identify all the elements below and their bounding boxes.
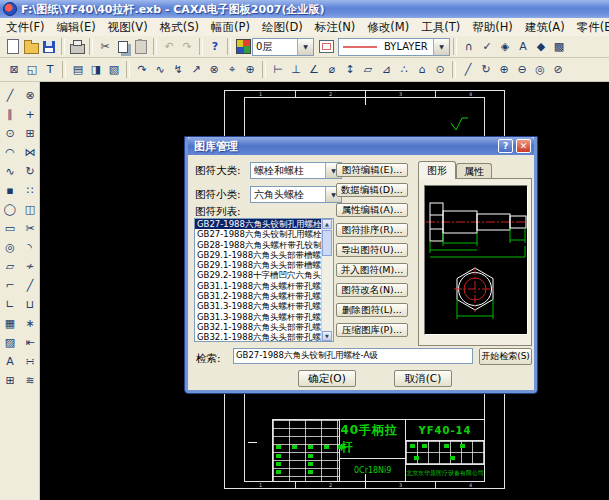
contour-icon[interactable]: ▱ bbox=[1, 257, 19, 275]
parallel-line-icon[interactable]: ∥ bbox=[1, 105, 19, 123]
redo-icon[interactable]: ↷ bbox=[178, 38, 196, 56]
dim-vertical-icon[interactable]: ⊥ bbox=[287, 61, 305, 79]
image-display-icon[interactable]: ▧ bbox=[105, 61, 123, 79]
scissors-icon[interactable]: ✂ bbox=[21, 219, 39, 237]
zoom-window-icon[interactable]: ◱ bbox=[23, 61, 41, 79]
sweep-icon[interactable]: ≋ bbox=[21, 371, 39, 389]
menu-item[interactable]: 绘图(D) bbox=[256, 20, 309, 35]
dim-diameter-icon[interactable]: ⌀ bbox=[323, 61, 341, 79]
block-icon[interactable]: ◫ bbox=[21, 200, 39, 218]
perpendicular-icon[interactable]: ∟ bbox=[1, 295, 19, 313]
print-icon[interactable] bbox=[68, 38, 86, 56]
roughness-symbol-icon[interactable]: ⌂ bbox=[413, 61, 431, 79]
ellipse-icon[interactable]: ◯ bbox=[1, 200, 19, 218]
point-icon[interactable]: ▪ bbox=[1, 181, 19, 199]
edit-line-icon[interactable]: ╱ bbox=[21, 276, 39, 294]
text-style-icon[interactable]: A bbox=[514, 38, 532, 56]
fillet-icon[interactable]: ◝ bbox=[21, 238, 39, 256]
circle-icon[interactable]: ⊙ bbox=[1, 124, 19, 142]
pattern-icon[interactable]: ▨ bbox=[1, 333, 19, 351]
paste-icon[interactable] bbox=[132, 38, 150, 56]
dim-angle-icon[interactable]: ∠ bbox=[305, 61, 323, 79]
corner-icon[interactable]: ⌐ bbox=[1, 276, 19, 294]
linestyle-combobox[interactable]: BYLAYER ▼ bbox=[338, 38, 450, 56]
symbol-list-item[interactable]: GB29.1-1988六角头头部带槽螺 bbox=[195, 260, 322, 270]
undo-icon[interactable]: ↶ bbox=[160, 38, 178, 56]
trim-icon[interactable]: ≁ bbox=[21, 257, 39, 275]
rotate-icon[interactable]: ↻ bbox=[21, 162, 39, 180]
copy-object-icon[interactable]: ⊞ bbox=[21, 124, 39, 142]
cancel-button[interactable]: 取消(C) bbox=[394, 370, 452, 387]
rectangle-icon[interactable]: ▭ bbox=[1, 219, 19, 237]
menu-item[interactable]: 帮助(H) bbox=[466, 20, 519, 35]
tolerance-icon[interactable]: ⊙ bbox=[431, 61, 449, 79]
symbol-list-item[interactable]: GB27-1988六角头铰制孔用螺栓 bbox=[195, 219, 322, 229]
window-titlebar[interactable]: F:\图纸\YF40\40拉杆.exb - CAXA电子图板2007(企业版) bbox=[0, 0, 609, 18]
symbol-list-item[interactable]: GB31.3-1988六角头螺杆带孔螺 bbox=[195, 301, 322, 311]
chevron-down-icon[interactable]: ▼ bbox=[433, 39, 449, 55]
menu-item[interactable]: 工具(T) bbox=[415, 20, 466, 35]
erase-icon[interactable]: ⊗ bbox=[21, 86, 39, 104]
zoom-refit-icon[interactable]: ⊠ bbox=[5, 61, 23, 79]
dim-parallel-icon[interactable]: ▱ bbox=[359, 61, 377, 79]
help-icon[interactable]: ? bbox=[206, 38, 224, 56]
dialog-help-icon[interactable]: ? bbox=[498, 139, 513, 153]
ole-insert-icon[interactable]: ▩ bbox=[550, 38, 568, 56]
menu-item[interactable]: 视图(V) bbox=[102, 20, 154, 35]
symbol-list-item[interactable]: GB32.1-1988六角头头部带孔螺 bbox=[195, 322, 322, 332]
tab-graphics[interactable]: 图形 bbox=[418, 161, 456, 179]
zoom-in-icon[interactable]: ⊕ bbox=[495, 61, 513, 79]
minor-category-combobox[interactable]: 六角头螺栓 ▼ bbox=[250, 186, 342, 203]
mirror-icon[interactable]: ⋈ bbox=[21, 143, 39, 161]
search-input[interactable] bbox=[233, 348, 473, 364]
chevron-down-icon[interactable]: ▼ bbox=[297, 39, 313, 55]
circle-cross-icon[interactable]: ⊗ bbox=[205, 61, 223, 79]
zoom-out-icon[interactable]: ⊖ bbox=[513, 61, 531, 79]
arrow-line-icon[interactable]: ↗ bbox=[187, 61, 205, 79]
view-rotate-icon[interactable]: ↷ bbox=[133, 61, 151, 79]
copy-icon[interactable] bbox=[114, 38, 132, 56]
dialog-action-button[interactable]: 并入图符(M)... bbox=[336, 263, 408, 277]
menu-item[interactable]: 编辑(E) bbox=[51, 20, 102, 35]
dim-span-icon[interactable]: ↕ bbox=[341, 61, 359, 79]
point-pick-icon[interactable]: ✓ bbox=[478, 38, 496, 56]
layer-display-icon[interactable]: ▤ bbox=[69, 61, 87, 79]
block-tool-icon[interactable]: ◆ bbox=[532, 38, 550, 56]
scatter-icon[interactable]: ∺ bbox=[21, 352, 39, 370]
dim-taper-icon[interactable]: ⊿ bbox=[377, 61, 395, 79]
line-icon[interactable]: ╱ bbox=[1, 86, 19, 104]
pen-edit-icon[interactable]: ╱ bbox=[459, 61, 477, 79]
center-mark-icon[interactable]: ⊕ bbox=[241, 61, 259, 79]
layer-palette-icon[interactable] bbox=[234, 38, 252, 56]
new-file-icon[interactable] bbox=[4, 38, 22, 56]
zoom-prev-icon[interactable]: ⊘ bbox=[549, 61, 567, 79]
target-icon[interactable]: ⌖ bbox=[223, 61, 241, 79]
dialog-action-button[interactable]: 图符改名(N)... bbox=[336, 283, 408, 297]
node-pick-icon[interactable]: ∩ bbox=[460, 38, 478, 56]
cut-icon[interactable]: ✂ bbox=[96, 38, 114, 56]
dialog-action-button[interactable]: 删除图符(L)... bbox=[336, 303, 408, 317]
symbol-list-item[interactable]: GB31.3-1988六角头螺杆带孔螺 bbox=[195, 312, 322, 322]
start-search-button[interactable]: 开始检索(S) bbox=[479, 348, 532, 365]
move-icon[interactable]: + bbox=[21, 105, 39, 123]
symbol-list-item[interactable]: GB31.2-1988六角头螺杆带孔螺 bbox=[195, 291, 322, 301]
center-circle-icon[interactable]: ◎ bbox=[1, 238, 19, 256]
text-icon[interactable]: A bbox=[1, 352, 19, 370]
symbol-list-item[interactable]: GB31.1-1988六角头螺杆带孔螺 bbox=[195, 281, 322, 291]
major-category-combobox[interactable]: 螺栓和螺柱 ▼ bbox=[250, 162, 342, 179]
layer-combobox[interactable]: 0层 ▼ bbox=[252, 38, 314, 56]
text-display-icon[interactable]: T bbox=[41, 61, 59, 79]
dialog-action-button[interactable]: 导出图符(U)... bbox=[336, 243, 408, 257]
table-display-icon[interactable]: ◨ bbox=[87, 61, 105, 79]
dialog-action-button[interactable]: 图符编辑(E)... bbox=[336, 163, 408, 177]
wave-line-icon[interactable]: ∿ bbox=[151, 61, 169, 79]
tab-attributes[interactable]: 属性 bbox=[456, 163, 492, 179]
dialog-titlebar[interactable]: 图库管理 ? ✕ bbox=[188, 137, 534, 155]
dialog-action-button[interactable]: 数据编辑(D)... bbox=[336, 183, 408, 197]
explode-icon[interactable]: ∗ bbox=[21, 314, 39, 332]
symbol-list-item[interactable]: GB32.1-1988六角头头部带孔螺 bbox=[195, 332, 322, 341]
menu-item[interactable]: 建筑(A) bbox=[519, 20, 571, 35]
dim-linear-icon[interactable]: ⊢ bbox=[269, 61, 287, 79]
menu-item[interactable]: 格式(S) bbox=[154, 20, 205, 35]
zigzag-line-icon[interactable]: ↯ bbox=[169, 61, 187, 79]
